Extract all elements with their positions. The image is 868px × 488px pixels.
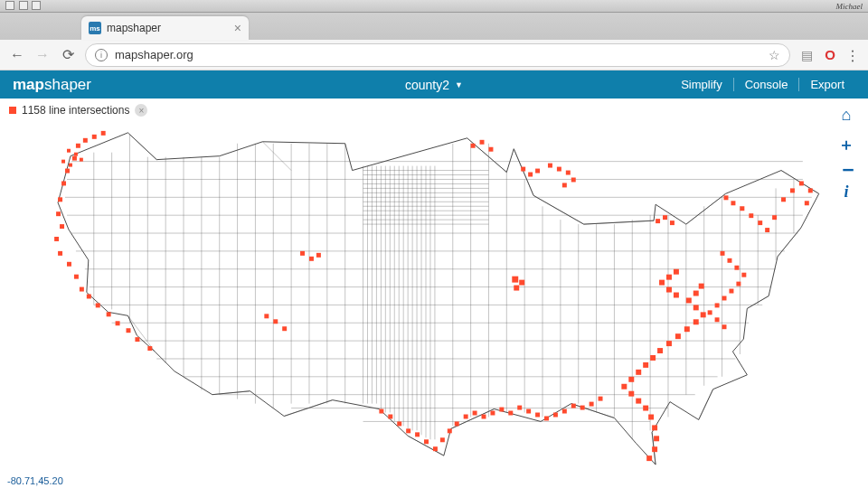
extension-icon[interactable]: ▤ <box>799 48 814 62</box>
svg-rect-32 <box>316 253 321 258</box>
svg-rect-54 <box>758 221 762 225</box>
svg-rect-106 <box>508 411 513 416</box>
reload-button[interactable]: ⟳ <box>60 47 76 63</box>
svg-rect-116 <box>424 439 429 444</box>
svg-rect-103 <box>535 413 540 418</box>
svg-rect-19 <box>127 328 131 333</box>
map-svg <box>9 117 843 475</box>
svg-rect-110 <box>473 411 477 416</box>
svg-rect-70 <box>708 310 712 314</box>
svg-rect-80 <box>675 333 681 339</box>
svg-rect-109 <box>482 415 486 419</box>
svg-rect-112 <box>455 421 459 426</box>
address-bar[interactable]: i mapshaper.org ☆ <box>85 43 790 67</box>
svg-rect-48 <box>663 215 667 220</box>
favicon-icon: ms <box>89 22 101 34</box>
window-control[interactable] <box>19 1 28 10</box>
layer-selector[interactable]: county2 ▼ <box>405 78 463 92</box>
svg-rect-18 <box>116 321 120 325</box>
svg-rect-86 <box>628 377 634 382</box>
svg-rect-64 <box>734 266 739 270</box>
svg-rect-55 <box>765 228 769 232</box>
window-control[interactable] <box>5 1 14 10</box>
svg-rect-9 <box>60 224 64 229</box>
svg-rect-35 <box>488 147 493 152</box>
svg-rect-42 <box>571 177 576 182</box>
browser-toolbar: ← → ⟳ i mapshaper.org ☆ ▤ O ⋯ <box>0 40 868 70</box>
svg-rect-34 <box>480 140 485 145</box>
console-button[interactable]: Console <box>733 78 799 91</box>
svg-rect-63 <box>727 258 731 263</box>
simplify-button[interactable]: Simplify <box>670 78 733 91</box>
svg-rect-85 <box>636 370 641 375</box>
svg-rect-119 <box>397 421 401 426</box>
svg-rect-99 <box>571 404 576 408</box>
svg-rect-111 <box>464 415 468 419</box>
window-control[interactable] <box>32 1 41 10</box>
forward-button[interactable]: → <box>34 47 51 63</box>
svg-rect-1 <box>83 138 88 143</box>
browser-menu-icon[interactable]: ⋯ <box>844 49 862 61</box>
svg-rect-108 <box>490 411 495 416</box>
svg-rect-102 <box>544 416 549 420</box>
svg-rect-50 <box>724 195 729 200</box>
svg-rect-126 <box>674 293 679 298</box>
svg-rect-93 <box>654 436 659 441</box>
svg-rect-107 <box>499 408 504 412</box>
svg-rect-28 <box>273 319 278 324</box>
os-titlebar: Michael <box>0 0 868 13</box>
svg-rect-83 <box>650 355 656 361</box>
svg-rect-3 <box>101 131 106 136</box>
svg-rect-10 <box>54 237 59 241</box>
svg-rect-6 <box>61 181 66 185</box>
bookmark-star-icon[interactable]: ☆ <box>769 48 780 62</box>
svg-rect-31 <box>309 257 314 261</box>
browser-tab[interactable]: ms mapshaper × <box>81 16 249 40</box>
map-canvas[interactable]: 1158 line intersections × ⌂ ＋ － i -80.71… <box>0 99 868 488</box>
site-info-icon[interactable]: i <box>95 49 108 61</box>
app-logo[interactable]: mapshaper <box>13 76 91 94</box>
svg-rect-123 <box>666 275 672 280</box>
svg-rect-92 <box>652 425 657 430</box>
svg-rect-113 <box>448 428 452 433</box>
svg-rect-79 <box>684 326 690 332</box>
county-lines <box>65 135 819 465</box>
svg-rect-30 <box>300 251 305 256</box>
export-button[interactable]: Export <box>798 78 855 91</box>
svg-rect-8 <box>56 211 61 216</box>
svg-rect-14 <box>80 287 84 292</box>
svg-rect-122 <box>674 269 679 275</box>
layer-name: county2 <box>405 78 449 92</box>
status-dismiss-icon[interactable]: × <box>135 104 147 117</box>
svg-rect-20 <box>135 337 139 342</box>
svg-rect-52 <box>740 206 744 211</box>
os-username: Michael <box>836 2 863 11</box>
svg-rect-62 <box>721 251 725 256</box>
opera-extension-icon[interactable]: O <box>823 48 837 62</box>
svg-rect-97 <box>590 402 594 407</box>
status-text: 1158 line intersections <box>22 104 129 117</box>
svg-rect-11 <box>58 251 62 256</box>
svg-rect-105 <box>517 406 522 410</box>
tab-title: mapshaper <box>107 22 161 34</box>
svg-rect-96 <box>599 397 603 401</box>
svg-rect-88 <box>628 391 634 397</box>
svg-rect-125 <box>666 287 672 293</box>
svg-rect-78 <box>693 319 699 324</box>
svg-rect-115 <box>433 446 438 451</box>
svg-rect-81 <box>666 341 672 346</box>
svg-rect-72 <box>722 324 727 329</box>
svg-rect-39 <box>548 164 552 168</box>
svg-rect-40 <box>557 167 561 172</box>
back-button[interactable]: ← <box>9 47 25 63</box>
svg-rect-21 <box>147 346 152 351</box>
status-swatch-icon <box>9 107 16 114</box>
tab-close-icon[interactable]: × <box>234 21 241 35</box>
url-text: mapshaper.org <box>115 48 761 61</box>
svg-rect-77 <box>701 312 706 317</box>
intersection-markers <box>54 131 813 461</box>
svg-rect-23 <box>74 153 78 156</box>
tab-strip: ms mapshaper × <box>0 13 868 40</box>
svg-rect-5 <box>65 169 70 174</box>
svg-rect-53 <box>749 213 753 218</box>
